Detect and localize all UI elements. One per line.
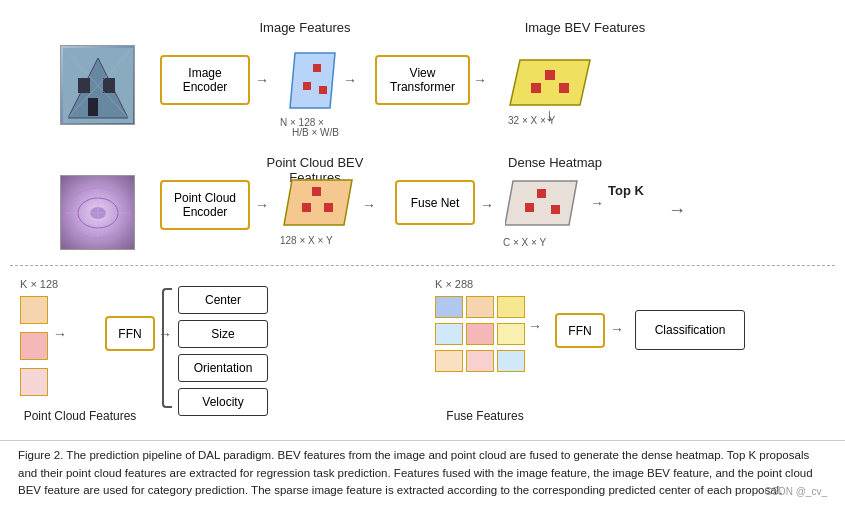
dim-hw: H/B × W/B <box>292 127 339 138</box>
svg-rect-27 <box>551 205 560 214</box>
svg-rect-3 <box>103 78 115 93</box>
arrow-feat-vt: → <box>343 72 357 88</box>
arrow-enc-feat: → <box>255 72 269 88</box>
svg-marker-7 <box>290 53 335 108</box>
fuse-rect-3-1 <box>435 350 463 372</box>
k288-label: K × 288 <box>435 278 473 290</box>
building-image <box>60 45 135 125</box>
arrow-ffn-brace: → <box>158 326 172 342</box>
pc-bev-shape <box>282 175 357 230</box>
view-transformer-box: View Transformer <box>375 55 470 105</box>
svg-rect-26 <box>525 203 534 212</box>
fuse-rect-3-3 <box>497 350 525 372</box>
arrow-topk-out: → <box>668 200 686 221</box>
svg-rect-22 <box>302 203 311 212</box>
right-section: K × 288 → <box>425 278 835 423</box>
svg-rect-9 <box>303 82 311 90</box>
attr-center-box: Center <box>178 286 268 314</box>
curly-brace <box>162 288 172 408</box>
caption: Figure 2. The prediction pipeline of DAL… <box>0 440 845 505</box>
image-encoder-box: Image Encoder <box>160 55 250 105</box>
dim-c: C × X × Y <box>503 237 546 248</box>
diagram-area: Image Features Image BEV Features Image … <box>0 0 845 420</box>
attr-size-box: Size <box>178 320 268 348</box>
mid-row: Point Cloud BEV Features Dense Heatmap P… <box>60 155 820 265</box>
horizontal-divider <box>10 265 835 266</box>
pc-features-label: Point Cloud Features <box>10 409 150 423</box>
arrow-fuse-ffn: → <box>528 318 542 334</box>
label-bev-features: Image BEV Features <box>510 20 660 35</box>
pc-encoder-box: Point Cloud Encoder <box>160 180 250 230</box>
fuse-rect-stack <box>435 296 525 372</box>
fuse-features-label: Fuse Features <box>425 409 545 423</box>
svg-rect-2 <box>78 78 90 93</box>
arrow-bev-down: ↓ <box>545 105 554 126</box>
feature-shape-top <box>285 48 340 113</box>
rect-mid <box>20 332 48 360</box>
label-image-features: Image Features <box>245 20 365 35</box>
svg-rect-8 <box>313 64 321 72</box>
svg-rect-13 <box>531 83 541 93</box>
svg-rect-12 <box>545 70 555 80</box>
k128-label: K × 128 <box>20 278 58 290</box>
dim-pc-bev: 128 × X × Y <box>280 235 333 246</box>
fuse-row-3 <box>435 350 525 372</box>
arrow-pcenc-pcbev: → <box>255 197 269 213</box>
arrow-dense-topk: → <box>590 195 604 211</box>
attr-velocity-box: Velocity <box>178 388 268 416</box>
svg-rect-25 <box>537 189 546 198</box>
arrow-stack-ffn: → <box>53 326 67 342</box>
bottom-row: K × 128 → FFN Center Size Orientation Ve… <box>0 278 845 433</box>
arrow-pcbev-fuse: → <box>362 197 376 213</box>
arrow-ffn-class: → <box>610 321 624 337</box>
attr-boxes: Center Size Orientation Velocity <box>178 286 268 416</box>
svg-marker-11 <box>510 60 590 105</box>
fuse-row-1 <box>435 296 525 318</box>
fuse-rect-3-2 <box>466 350 494 372</box>
fuse-rect-2-3 <box>497 323 525 345</box>
fuse-net-box: Fuse Net <box>395 180 475 225</box>
arrow-vt-bev: → <box>473 72 487 88</box>
rect-stack-left <box>20 296 48 396</box>
top-row: Image Features Image BEV Features Image … <box>60 20 820 150</box>
left-section: K × 128 → FFN Center Size Orientation Ve… <box>10 278 400 423</box>
arrow-fuse-dense: → <box>480 197 494 213</box>
fuse-rect-1-3 <box>497 296 525 318</box>
svg-marker-24 <box>505 181 577 225</box>
svg-rect-10 <box>319 86 327 94</box>
top-k-label: Top K <box>608 183 644 198</box>
watermark: CSDN @_cv_ <box>765 484 827 499</box>
label-dense-heatmap: Dense Heatmap <box>495 155 615 170</box>
svg-rect-23 <box>324 203 333 212</box>
point-cloud-image <box>60 175 135 250</box>
fuse-rect-1-2 <box>466 296 494 318</box>
dense-heatmap-shape <box>505 177 580 229</box>
svg-rect-21 <box>312 187 321 196</box>
fuse-rect-2-2 <box>466 323 494 345</box>
fuse-rect-2-1 <box>435 323 463 345</box>
svg-marker-20 <box>284 180 352 225</box>
classification-box: Classification <box>635 310 745 350</box>
ffn-right-box: FFN <box>555 313 605 348</box>
bev-feature-shape <box>505 55 585 110</box>
svg-rect-14 <box>559 83 569 93</box>
fuse-row-2 <box>435 323 525 345</box>
attr-orientation-box: Orientation <box>178 354 268 382</box>
fuse-rect-1-1 <box>435 296 463 318</box>
rect-top <box>20 296 48 324</box>
rect-bot <box>20 368 48 396</box>
svg-rect-4 <box>88 98 98 116</box>
ffn-left-box: FFN <box>105 316 155 351</box>
